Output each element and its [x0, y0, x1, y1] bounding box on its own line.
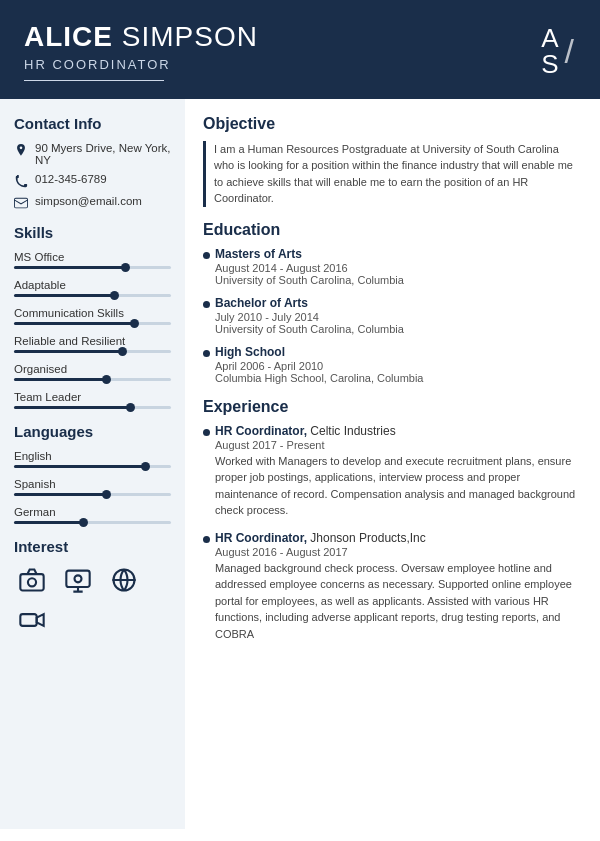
language-name: Spanish: [14, 478, 171, 490]
header-divider: [24, 80, 164, 81]
interest-section-title: Interest: [14, 538, 171, 555]
camera-icon: [18, 566, 46, 594]
languages-list: English Spanish German: [14, 450, 171, 524]
phone-text: 012-345-6789: [35, 173, 107, 185]
education-item: Masters of Arts August 2014 - August 201…: [203, 247, 582, 286]
language-bar-fill: [14, 521, 85, 524]
monogram-top: A: [541, 25, 560, 51]
language-name: German: [14, 506, 171, 518]
skill-name: Team Leader: [14, 391, 171, 403]
person-screen-icon: [64, 566, 92, 594]
address-text: 90 Myers Drive, New York, NY: [35, 142, 171, 166]
language-bar-bg: [14, 493, 171, 496]
contact-phone: 012-345-6789: [14, 173, 171, 188]
email-text: simpson@email.com: [35, 195, 142, 207]
edu-dates: April 2006 - April 2010: [215, 360, 582, 372]
contact-email: simpson@email.com: [14, 195, 171, 210]
edu-degree: High School: [215, 345, 582, 359]
language-name: English: [14, 450, 171, 462]
skill-item: Communication Skills: [14, 307, 171, 325]
svg-point-3: [75, 575, 82, 582]
language-bar-fill: [14, 465, 147, 468]
skill-item: Organised: [14, 363, 171, 381]
edu-degree: Masters of Arts: [215, 247, 582, 261]
language-item: Spanish: [14, 478, 171, 496]
globe-icon: [110, 566, 138, 594]
skill-bar-bg: [14, 266, 171, 269]
education-item: Bachelor of Arts July 2010 - July 2014 U…: [203, 296, 582, 335]
education-section-title: Education: [203, 221, 582, 239]
full-name: ALICE SIMPSON: [24, 22, 258, 53]
objective-text: I am a Human Resources Postgraduate at U…: [203, 141, 582, 207]
skill-bar-bg: [14, 406, 171, 409]
contact-section-title: Contact Info: [14, 115, 171, 132]
monogram: A S /: [541, 25, 576, 77]
edu-degree: Bachelor of Arts: [215, 296, 582, 310]
skill-name: Communication Skills: [14, 307, 171, 319]
interest-icons-list: [14, 565, 171, 635]
svg-point-1: [28, 578, 36, 586]
phone-icon: [14, 174, 28, 188]
language-bar-bg: [14, 465, 171, 468]
languages-section-title: Languages: [14, 423, 171, 440]
experience-section-title: Experience: [203, 398, 582, 416]
exp-company: Celtic Industries: [310, 424, 395, 438]
language-bar-fill: [14, 493, 108, 496]
interest-icon-box: [60, 565, 96, 595]
location-icon: [14, 143, 28, 157]
language-bar-bg: [14, 521, 171, 524]
resume-header: ALICE SIMPSON HR COORDINATOR A S /: [0, 0, 600, 99]
experience-item: HR Coordinator, Jhonson Products,Inc Aug…: [203, 531, 582, 643]
interest-icon-box: [14, 565, 50, 595]
job-title: HR COORDINATOR: [24, 57, 258, 72]
interest-icon-box: [106, 565, 142, 595]
monogram-slash: /: [565, 32, 576, 71]
svg-rect-0: [20, 574, 43, 590]
skill-name: Organised: [14, 363, 171, 375]
exp-title: HR Coordinator, Celtic Industries: [215, 424, 582, 438]
skill-name: Reliable and Resilient: [14, 335, 171, 347]
email-icon: [14, 196, 28, 210]
skill-item: Adaptable: [14, 279, 171, 297]
skill-bar-fill: [14, 322, 136, 325]
edu-school: University of South Carolina, Columbia: [215, 274, 582, 286]
exp-dates: August 2017 - Present: [215, 439, 582, 451]
objective-section-title: Objective: [203, 115, 582, 133]
language-item: German: [14, 506, 171, 524]
interest-icon-box: [14, 605, 50, 635]
contact-address: 90 Myers Drive, New York, NY: [14, 142, 171, 166]
edu-dates: August 2014 - August 2016: [215, 262, 582, 274]
first-name: ALICE: [24, 21, 113, 52]
last-name: SIMPSON: [113, 21, 258, 52]
skill-bar-bg: [14, 294, 171, 297]
skill-bar-fill: [14, 406, 132, 409]
skill-name: Adaptable: [14, 279, 171, 291]
skill-bar-bg: [14, 350, 171, 353]
experience-item: HR Coordinator, Celtic Industries August…: [203, 424, 582, 519]
skill-name: MS Office: [14, 251, 171, 263]
education-list: Masters of Arts August 2014 - August 201…: [203, 247, 582, 384]
edu-school: Columbia High School, Carolina, Columbia: [215, 372, 582, 384]
experience-list: HR Coordinator, Celtic Industries August…: [203, 424, 582, 643]
video-camera-icon: [18, 606, 46, 634]
monogram-bottom: S: [541, 51, 560, 77]
skill-bar-fill: [14, 378, 108, 381]
main-layout: Contact Info 90 Myers Drive, New York, N…: [0, 99, 600, 829]
skills-list: MS Office Adaptable Communication Skills…: [14, 251, 171, 409]
skill-item: Reliable and Resilient: [14, 335, 171, 353]
sidebar: Contact Info 90 Myers Drive, New York, N…: [0, 99, 185, 829]
skill-bar-fill: [14, 266, 127, 269]
skill-bar-fill: [14, 294, 116, 297]
exp-company: Jhonson Products,Inc: [310, 531, 425, 545]
main-content: Objective I am a Human Resources Postgra…: [185, 99, 600, 829]
exp-title: HR Coordinator, Jhonson Products,Inc: [215, 531, 582, 545]
svg-rect-5: [20, 614, 36, 626]
svg-rect-2: [66, 570, 89, 586]
exp-desc: Managed background check process. Oversa…: [215, 560, 582, 643]
exp-desc: Worked with Managers to develop and exec…: [215, 453, 582, 519]
education-item: High School April 2006 - April 2010 Colu…: [203, 345, 582, 384]
header-name-block: ALICE SIMPSON HR COORDINATOR: [24, 22, 258, 81]
skill-item: Team Leader: [14, 391, 171, 409]
skill-item: MS Office: [14, 251, 171, 269]
edu-school: University of South Carolina, Columbia: [215, 323, 582, 335]
